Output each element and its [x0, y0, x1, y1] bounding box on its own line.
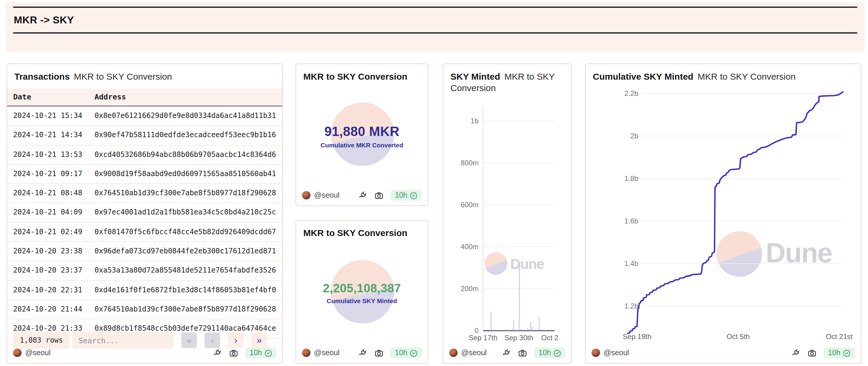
cell-address: 0x90ef47b58111d0edfde3ecadceedf53eec9b1b… — [95, 126, 282, 145]
verified-check-icon — [843, 349, 851, 357]
table-row: 2024-10-21 08:480x764510ab1d39cf300e7abe… — [7, 184, 282, 203]
table-header-row: Date Address — [7, 89, 282, 107]
author-username[interactable]: @seoul — [314, 349, 339, 357]
refresh-age-badge[interactable]: 10h — [245, 347, 276, 358]
pagination-last-button[interactable]: » — [252, 333, 267, 348]
column-header-date[interactable]: Date — [7, 89, 95, 106]
refresh-age-badge[interactable]: 10h — [391, 347, 422, 358]
transactions-panel: TransactionsMKR to SKY Conversion Date A… — [7, 63, 283, 364]
dashboard: MKR -> SKY TransactionsMKR to SKY Conver… — [0, 0, 868, 366]
refresh-age-label: 10h — [828, 349, 840, 357]
cell-date: 2024-10-21 08:48 — [7, 184, 95, 203]
pagination-prev-button[interactable]: ‹ — [205, 333, 220, 348]
author-username[interactable]: @seoul — [461, 349, 487, 357]
row-count-badge: 1,083 rows — [13, 332, 70, 349]
svg-text:Sep 30th: Sep 30th — [504, 334, 533, 342]
dashboard-header: MKR -> SKY — [6, 2, 864, 52]
cell-address: 0xa53a13a80d72a855481de5211e7654fabdfe35… — [95, 261, 282, 280]
refresh-age-badge[interactable]: 10h — [824, 347, 855, 358]
avatar[interactable] — [302, 349, 310, 357]
verified-check-icon — [265, 349, 272, 357]
verified-check-icon — [553, 349, 561, 357]
cell-address: 0x764510ab1d39cf300e7abe8f5b8977d18f2906… — [95, 300, 282, 319]
plug-icon[interactable] — [213, 348, 222, 357]
counter-value: 2,205,108,387 — [323, 282, 401, 295]
svg-text:400m: 400m — [461, 243, 478, 251]
bar-chart[interactable]: 0200m400m600m800m1bSep 17thSep 30thOct 2… — [443, 64, 572, 364]
pagination-first-button[interactable]: « — [182, 333, 197, 348]
table-row: 2024-10-20 23:370xa53a13a80d72a855481de5… — [7, 261, 282, 281]
panel-title[interactable]: MKR to SKY Conversion — [296, 64, 428, 82]
line-chart[interactable]: 1.2b1.4b1.6b1.8b2b2.2bSep 19thOct 5thOct… — [586, 64, 861, 364]
author-username[interactable]: @seoul — [603, 349, 629, 357]
plug-icon[interactable] — [792, 348, 800, 357]
refresh-age-badge[interactable]: 10h — [534, 347, 565, 358]
svg-text:Sep 19th: Sep 19th — [623, 333, 651, 341]
svg-text:800m: 800m — [461, 159, 478, 167]
counter-body: 2,205,108,387 Cumulative SKY Minted — [296, 241, 428, 345]
counter-mkr-converted-panel: MKR to SKY Conversion 91,880 MKR Cumulat… — [296, 63, 428, 206]
avatar[interactable] — [13, 349, 22, 357]
svg-text:Oct 5th: Oct 5th — [726, 333, 749, 341]
table-row: 2024-10-21 15:340x8e07e61216629d0fe9e8d0… — [7, 107, 282, 126]
camera-icon[interactable] — [808, 348, 816, 357]
avatar[interactable] — [592, 349, 600, 357]
search-input[interactable] — [73, 332, 174, 349]
camera-icon[interactable] — [374, 348, 383, 357]
table-row: 2024-10-21 14:340x90ef47b58111d0edfde3ec… — [7, 126, 282, 146]
svg-text:600m: 600m — [461, 201, 478, 209]
cell-date: 2024-10-21 14:34 — [7, 126, 95, 145]
cell-date: 2024-10-21 15:34 — [7, 107, 95, 125]
verified-check-icon — [410, 349, 417, 357]
cell-date: 2024-10-21 13:53 — [7, 145, 95, 164]
counter-body: 91,880 MKR Cumulative MKR Converted — [296, 84, 428, 188]
refresh-age-badge[interactable]: 10h — [391, 190, 422, 201]
table-row: 2024-10-21 13:530xcd40532686b94abc88b06b… — [7, 145, 282, 165]
camera-icon[interactable] — [229, 348, 238, 357]
table-row: 2024-10-21 09:170x9008d19f58aabd9ed0d609… — [7, 165, 282, 184]
refresh-age-label: 10h — [249, 349, 262, 357]
table-row: 2024-10-20 23:380x96defa073cd97eb0844fe2… — [7, 242, 282, 261]
panel-title-main: MKR to SKY Conversion — [303, 71, 407, 82]
cell-date: 2024-10-20 21:44 — [7, 300, 95, 319]
plug-icon[interactable] — [358, 191, 367, 200]
author-username[interactable]: @seoul — [314, 191, 339, 199]
refresh-age-label: 10h — [395, 349, 407, 357]
avatar[interactable] — [449, 349, 458, 357]
svg-text:2b: 2b — [630, 132, 638, 140]
cell-address: 0xd4e161f0f1e6872fb1e3d8c14f86053b81ef4b… — [95, 281, 282, 300]
cell-address: 0xcd40532686b94abc88b06b9705aacbc14c8364… — [95, 145, 282, 164]
cell-address: 0xf081470f5c6fbccf48cc4e5b82dd926409dcdd… — [95, 223, 282, 242]
panel-title[interactable]: MKR to SKY Conversion — [296, 220, 428, 238]
pagination-next-button[interactable]: › — [228, 333, 244, 348]
table-controls: 1,083 rows « ‹ › » — [13, 332, 276, 349]
cell-date: 2024-10-21 02:49 — [7, 223, 95, 242]
svg-text:Oct 21st: Oct 21st — [826, 333, 853, 341]
refresh-age-label: 10h — [538, 349, 551, 357]
cumulative-line-chart-panel: Cumulative SKY MintedMKR to SKY Conversi… — [585, 63, 861, 364]
table-body: 2024-10-21 15:340x8e07e61216629d0fe9e8d0… — [7, 107, 282, 339]
plug-icon[interactable] — [358, 348, 367, 357]
verified-check-icon — [410, 191, 417, 199]
cell-address: 0x764510ab1d39cf300e7abe8f5b8977d18f2906… — [95, 184, 282, 203]
avatar[interactable] — [302, 191, 310, 199]
table-row: 2024-10-20 21:440x764510ab1d39cf300e7abe… — [7, 300, 282, 319]
camera-icon[interactable] — [518, 348, 527, 357]
refresh-age-label: 10h — [395, 191, 407, 199]
svg-text:Oct 21st: Oct 21st — [541, 334, 568, 342]
svg-text:1.4b: 1.4b — [624, 259, 638, 268]
cell-date: 2024-10-20 23:37 — [7, 261, 95, 280]
counter-sky-minted-panel: MKR to SKY Conversion 2,205,108,387 Cumu… — [296, 220, 428, 364]
panel-title-main: Transactions — [14, 71, 70, 82]
svg-text:1.6b: 1.6b — [624, 217, 638, 225]
plug-icon[interactable] — [502, 348, 511, 357]
panel-title[interactable]: TransactionsMKR to SKY Conversion — [7, 64, 282, 82]
table-row: 2024-10-20 22:310xd4e161f0f1e6872fb1e3d8… — [7, 281, 282, 300]
table-row: 2024-10-21 02:490xf081470f5c6fbccf48cc4e… — [7, 223, 282, 242]
author-username[interactable]: @seoul — [25, 349, 51, 357]
counter-label: Cumulative SKY Minted — [327, 297, 397, 304]
column-header-address[interactable]: Address — [95, 89, 282, 106]
cell-address: 0x97ec4001ad1d2a1fbb581ea34c5c0bd4a210c2… — [95, 203, 282, 222]
camera-icon[interactable] — [374, 191, 383, 200]
svg-text:Sep 17th: Sep 17th — [469, 334, 497, 342]
